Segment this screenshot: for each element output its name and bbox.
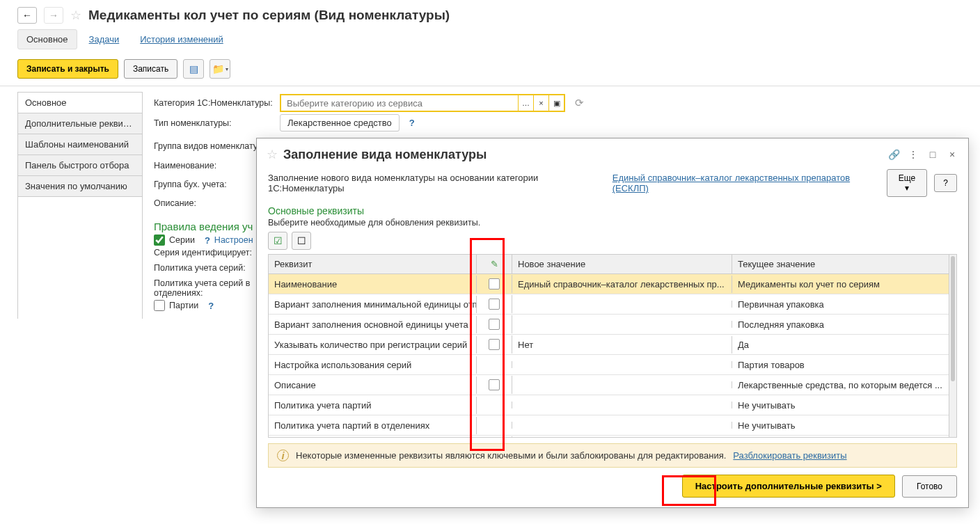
type-value[interactable]: Лекарственное средство xyxy=(280,114,400,132)
done-button[interactable]: Готово xyxy=(902,475,957,498)
page-title: Медикаменты кол учет по сериям (Вид номе… xyxy=(88,8,450,23)
maximize-icon[interactable]: □ xyxy=(926,148,939,161)
configure-attrs-button[interactable]: Настроить дополнительные реквизиты > xyxy=(682,475,895,498)
category-field[interactable]: … × ▣ xyxy=(280,94,565,112)
sidebar: Основное Дополнительные реквизиты Шаблон… xyxy=(17,92,143,319)
section-hint: Выберите необходимые для обновления рекв… xyxy=(257,218,968,232)
fill-type-modal: ☆ Заполнение вида номенклатуры 🔗 ⋮ □ × З… xyxy=(256,138,969,508)
col-edit: ✎ xyxy=(477,255,512,273)
table-row[interactable]: ОписаниеЛекарственные средства, по котор… xyxy=(269,375,949,395)
col-current: Текущее значение xyxy=(732,255,949,273)
help-icon[interactable]: ? xyxy=(208,301,214,311)
save-button[interactable]: Записать xyxy=(124,59,177,79)
series-checkbox[interactable] xyxy=(154,235,165,246)
save-close-button[interactable]: Записать и закрыть xyxy=(17,59,118,79)
open-icon[interactable]: … xyxy=(518,95,533,111)
table-row[interactable]: Политика учета партийНе учитывать xyxy=(269,395,949,415)
table-row[interactable]: Вариант заполнения основной единицы учет… xyxy=(269,315,949,335)
tab-main[interactable]: Основное xyxy=(17,29,77,49)
row-checkbox[interactable] xyxy=(489,278,500,289)
modal-subtitle: Заполнение нового вида номенклатуры на о… xyxy=(268,173,606,193)
clear-icon[interactable]: × xyxy=(533,95,548,111)
table-row[interactable]: Вариант заполнения минимальной единицы о… xyxy=(269,294,949,315)
party-label: Партии xyxy=(169,301,198,310)
help-icon[interactable]: ? xyxy=(409,118,415,128)
back-button[interactable]: ← xyxy=(17,7,37,24)
tab-history[interactable]: История изменений xyxy=(131,29,232,49)
unlock-link[interactable]: Разблокировать реквизиты xyxy=(733,450,846,461)
col-new: Новое значение xyxy=(512,255,732,273)
uncheck-all-button[interactable]: ☐ xyxy=(292,232,311,250)
row-checkbox[interactable] xyxy=(489,299,500,310)
favorite-icon[interactable]: ☆ xyxy=(70,8,81,23)
category-label: Категория 1С:Номенклатуры: xyxy=(154,98,276,108)
row-checkbox[interactable] xyxy=(489,379,500,390)
table-row[interactable]: Шаблон наименования для печати номенклат… xyxy=(269,436,949,437)
requisites-grid: Реквизит ✎ Новое значение Текущее значен… xyxy=(268,254,957,438)
table-row[interactable]: НаименованиеЕдиный справочник–каталог ле… xyxy=(269,274,949,294)
check-all-button[interactable]: ☑ xyxy=(268,232,287,250)
row-checkbox[interactable] xyxy=(489,319,500,330)
sidebar-item-filter[interactable]: Панель быстрого отбора xyxy=(18,155,142,176)
section-header: Основные реквизиты xyxy=(257,200,968,218)
policy2-label: Политика учета серий в отделениях: xyxy=(154,278,255,298)
category-input[interactable] xyxy=(281,96,518,111)
more-button[interactable]: Еще ▾ xyxy=(887,169,928,197)
info-text: Некоторые измененные реквизиты являются … xyxy=(296,450,726,461)
refresh-icon[interactable]: ⟳ xyxy=(575,97,584,109)
list-icon-button[interactable]: ▤ xyxy=(183,59,204,79)
favorite-icon[interactable]: ☆ xyxy=(267,147,278,162)
series-config-link[interactable]: Настроен xyxy=(214,235,253,245)
row-checkbox[interactable] xyxy=(489,339,500,350)
help-icon[interactable]: ? xyxy=(205,235,210,246)
kebab-icon[interactable]: ⋮ xyxy=(907,148,919,161)
link-icon[interactable]: 🔗 xyxy=(887,148,900,161)
forward-button[interactable]: → xyxy=(44,7,63,24)
series-label: Серии xyxy=(169,235,195,245)
modal-title: Заполнение вида номенклатуры xyxy=(283,148,487,162)
esklp-link[interactable]: Единый справочник–каталог лекарственных … xyxy=(612,173,880,193)
sidebar-item-templates[interactable]: Шаблоны наименований xyxy=(18,134,142,155)
folder-dropdown-button[interactable]: 📁 xyxy=(210,59,230,79)
sidebar-item-main[interactable]: Основное xyxy=(18,93,142,113)
party-checkbox[interactable] xyxy=(154,300,165,311)
table-row[interactable]: Указывать количество при регистрации сер… xyxy=(269,335,949,355)
sidebar-item-attrs[interactable]: Дополнительные реквизиты xyxy=(18,113,142,134)
table-row[interactable]: Политика учета партий в отделенияхНе учи… xyxy=(269,415,949,436)
help-button[interactable]: ? xyxy=(934,174,957,192)
expand-icon[interactable]: ▣ xyxy=(548,95,564,111)
close-icon[interactable]: × xyxy=(946,148,958,161)
tab-tasks[interactable]: Задачи xyxy=(80,29,129,49)
scrollbar[interactable] xyxy=(949,255,956,437)
info-bar: i Некоторые измененные реквизиты являютс… xyxy=(268,443,957,468)
info-icon: i xyxy=(277,450,289,461)
series-ident-label: Серия идентифицирует: xyxy=(154,248,258,257)
pencil-icon: ✎ xyxy=(491,259,498,269)
table-row[interactable]: Настройка использования серийПартия това… xyxy=(269,355,949,375)
sidebar-item-defaults[interactable]: Значения по умолчанию xyxy=(18,176,142,197)
col-requisite: Реквизит xyxy=(269,255,477,273)
type-label: Тип номенклатуры: xyxy=(154,118,276,128)
policy-label: Политика учета серий: xyxy=(154,263,255,273)
